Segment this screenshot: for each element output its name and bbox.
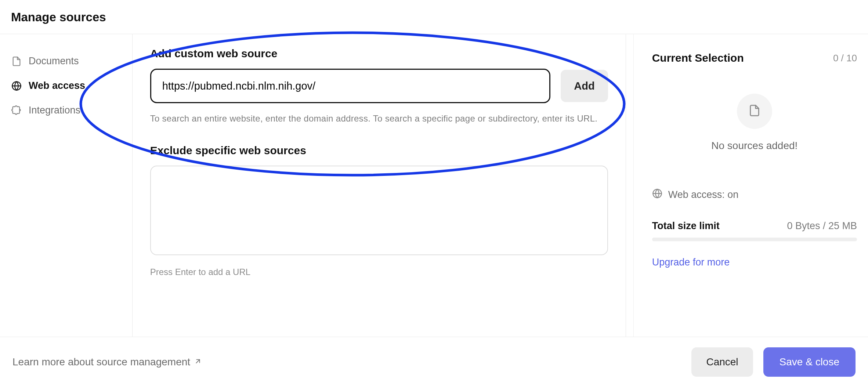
page-title: Manage sources — [11, 10, 857, 24]
selection-count: 0 / 10 — [833, 53, 857, 64]
size-limit-label: Total size limit — [652, 220, 720, 232]
sidebar-item-integrations[interactable]: Integrations — [11, 98, 117, 123]
header: Manage sources — [0, 0, 868, 34]
save-close-button[interactable]: Save & close — [763, 347, 856, 377]
sidebar-item-documents[interactable]: Documents — [11, 49, 117, 73]
web-access-label: Web access: on — [668, 189, 739, 200]
current-selection-title: Current Selection — [652, 52, 744, 64]
size-progress-bar — [652, 238, 857, 241]
upgrade-link[interactable]: Upgrade for more — [652, 257, 857, 268]
add-button[interactable]: Add — [561, 70, 608, 102]
learn-more-link[interactable]: Learn more about source management — [12, 356, 202, 368]
empty-icon-circle — [737, 94, 772, 129]
sidebar-item-label: Documents — [29, 55, 79, 67]
sidebar-item-label: Integrations — [29, 105, 80, 116]
globe-icon — [652, 188, 662, 201]
right-panel: Current Selection 0 / 10 No sources adde… — [633, 34, 868, 377]
web-access-card: Add custom web source Add To search an e… — [132, 34, 626, 377]
external-link-icon — [194, 356, 202, 368]
empty-state: No sources added! — [652, 94, 857, 152]
sidebar-item-web-access[interactable]: Web access — [11, 73, 117, 98]
main-panel: Add custom web source Add To search an e… — [125, 34, 633, 377]
add-source-help: To search an entire website, enter the d… — [150, 113, 608, 124]
sidebar: Documents Web access Integrations — [0, 34, 125, 377]
empty-text: No sources added! — [711, 140, 798, 152]
exclude-hint: Press Enter to add a URL — [150, 267, 608, 277]
document-icon — [11, 56, 22, 67]
url-input[interactable] — [150, 69, 551, 103]
puzzle-icon — [11, 105, 22, 116]
web-access-status: Web access: on — [652, 188, 857, 201]
learn-more-label: Learn more about source management — [12, 356, 190, 368]
footer: Learn more about source management Cance… — [0, 337, 868, 387]
globe-icon — [11, 80, 22, 91]
sidebar-item-label: Web access — [29, 80, 85, 91]
exclude-input[interactable] — [150, 166, 608, 255]
size-limit-value: 0 Bytes / 25 MB — [787, 220, 857, 232]
exclude-title: Exclude specific web sources — [150, 144, 608, 157]
add-source-title: Add custom web source — [150, 47, 608, 60]
document-icon — [748, 104, 761, 118]
cancel-button[interactable]: Cancel — [691, 347, 753, 377]
svg-line-5 — [196, 359, 199, 363]
